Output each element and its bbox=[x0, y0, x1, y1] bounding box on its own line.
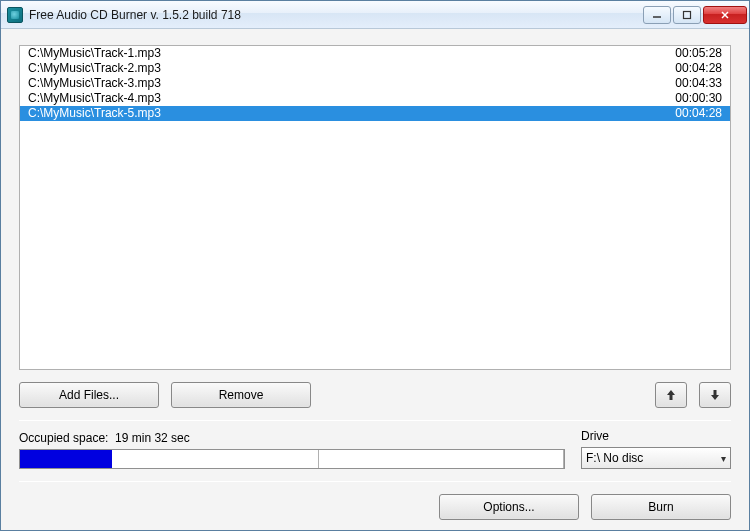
occupied-block: Occupied space: 19 min 32 sec bbox=[19, 431, 565, 469]
window-title: Free Audio CD Burner v. 1.5.2 build 718 bbox=[29, 8, 643, 22]
track-path: C:\MyMusic\Track-2.mp3 bbox=[28, 61, 675, 76]
occupied-label-prefix: Occupied space: bbox=[19, 431, 108, 445]
app-icon bbox=[7, 7, 23, 23]
track-path: C:\MyMusic\Track-4.mp3 bbox=[28, 91, 675, 106]
drive-label: Drive bbox=[581, 429, 731, 443]
titlebar[interactable]: Free Audio CD Burner v. 1.5.2 build 718 bbox=[1, 1, 749, 29]
track-duration: 00:04:28 bbox=[675, 106, 722, 121]
arrow-up-icon bbox=[666, 389, 676, 401]
bottom-buttons-row: Options... Burn bbox=[19, 494, 731, 520]
move-down-button[interactable] bbox=[699, 382, 731, 408]
drive-block: Drive F:\ No disc ▾ bbox=[581, 429, 731, 469]
chevron-down-icon: ▾ bbox=[721, 453, 726, 464]
arrow-down-icon bbox=[710, 389, 720, 401]
minimize-button[interactable] bbox=[643, 6, 671, 24]
divider bbox=[19, 420, 731, 421]
add-files-button[interactable]: Add Files... bbox=[19, 382, 159, 408]
progress-segment bbox=[319, 450, 564, 468]
track-row[interactable]: C:\MyMusic\Track-4.mp300:00:30 bbox=[20, 91, 730, 106]
window-controls bbox=[643, 6, 747, 24]
track-row[interactable]: C:\MyMusic\Track-2.mp300:04:28 bbox=[20, 61, 730, 76]
track-path: C:\MyMusic\Track-3.mp3 bbox=[28, 76, 675, 91]
occupied-label: Occupied space: 19 min 32 sec bbox=[19, 431, 565, 445]
status-row: Occupied space: 19 min 32 sec Drive F:\ … bbox=[19, 429, 731, 469]
track-row[interactable]: C:\MyMusic\Track-3.mp300:04:33 bbox=[20, 76, 730, 91]
progress-segment bbox=[112, 450, 319, 468]
close-button[interactable] bbox=[703, 6, 747, 24]
track-path: C:\MyMusic\Track-5.mp3 bbox=[28, 106, 675, 121]
occupied-progress-bar bbox=[19, 449, 565, 469]
drive-select[interactable]: F:\ No disc ▾ bbox=[581, 447, 731, 469]
track-path: C:\MyMusic\Track-1.mp3 bbox=[28, 46, 675, 61]
occupied-value: 19 min 32 sec bbox=[115, 431, 190, 445]
drive-selected-value: F:\ No disc bbox=[586, 451, 643, 465]
track-row[interactable]: C:\MyMusic\Track-1.mp300:05:28 bbox=[20, 46, 730, 61]
app-window: Free Audio CD Burner v. 1.5.2 build 718 … bbox=[0, 0, 750, 531]
track-duration: 00:00:30 bbox=[675, 91, 722, 106]
burn-button[interactable]: Burn bbox=[591, 494, 731, 520]
divider bbox=[19, 481, 731, 482]
maximize-icon bbox=[682, 10, 692, 20]
list-buttons-row: Add Files... Remove bbox=[19, 382, 731, 408]
track-list[interactable]: C:\MyMusic\Track-1.mp300:05:28C:\MyMusic… bbox=[19, 45, 731, 370]
track-duration: 00:04:28 bbox=[675, 61, 722, 76]
track-row[interactable]: C:\MyMusic\Track-5.mp300:04:28 bbox=[20, 106, 730, 121]
close-icon bbox=[720, 10, 730, 20]
maximize-button[interactable] bbox=[673, 6, 701, 24]
track-duration: 00:05:28 bbox=[675, 46, 722, 61]
content-area: C:\MyMusic\Track-1.mp300:05:28C:\MyMusic… bbox=[1, 29, 749, 530]
move-up-button[interactable] bbox=[655, 382, 687, 408]
options-button[interactable]: Options... bbox=[439, 494, 579, 520]
svg-rect-1 bbox=[684, 11, 691, 18]
track-duration: 00:04:33 bbox=[675, 76, 722, 91]
minimize-icon bbox=[652, 10, 662, 20]
remove-button[interactable]: Remove bbox=[171, 382, 311, 408]
progress-fill bbox=[20, 450, 112, 468]
